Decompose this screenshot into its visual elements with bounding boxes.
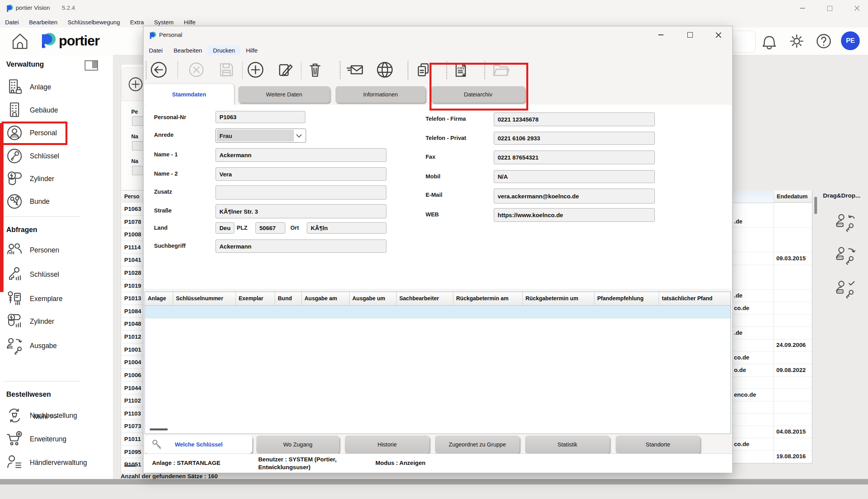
dialog-menu-item[interactable]: Bearbeiten xyxy=(168,46,208,55)
land-field[interactable]: Deu xyxy=(216,222,234,234)
tab-weitere-daten[interactable]: Weitere Daten xyxy=(238,86,330,103)
bg-list-row[interactable]: P1084 xyxy=(122,305,144,318)
gear-icon[interactable] xyxy=(788,32,805,50)
bg-list-row[interactable]: P1012 xyxy=(122,330,144,343)
keys-table-column-header[interactable]: Rückgabetermin am xyxy=(453,292,523,305)
tel-privat-field[interactable]: 0221 6106 2933 xyxy=(494,132,655,145)
keys-table-column-header[interactable]: Bund xyxy=(275,292,302,305)
dialog-menu-item[interactable]: Drucken xyxy=(208,46,241,55)
keys-table-column-header[interactable]: tatsächlicher Pfand xyxy=(659,292,730,305)
main-menu-item[interactable]: Extra xyxy=(125,19,149,25)
bg-email-column-header[interactable] xyxy=(732,191,774,203)
bg-list-row[interactable]: P1041 xyxy=(122,254,144,267)
email-field[interactable]: vera.ackermann@koelnco.de xyxy=(494,189,655,203)
bg-list-row[interactable]: P1095 xyxy=(122,446,144,459)
plz-field[interactable]: 50667 xyxy=(256,222,285,234)
keys-table-column-header[interactable]: Rückgabetermin um xyxy=(523,292,594,305)
globe-icon[interactable] xyxy=(376,60,394,79)
bg-list-row[interactable]: P1001 xyxy=(122,343,144,356)
main-menu-item[interactable]: Datei xyxy=(0,19,24,25)
main-menu-item[interactable]: Bearbeiten xyxy=(24,19,63,25)
edit-icon[interactable] xyxy=(276,60,294,79)
dialog-minimize-button[interactable] xyxy=(655,30,667,40)
keys-table-selected-row[interactable] xyxy=(145,306,730,318)
bg-list-row[interactable]: P1063 xyxy=(122,203,144,216)
bg-list-row[interactable]: P1102 xyxy=(122,394,144,407)
main-menu-item[interactable]: Hilfe xyxy=(179,19,201,25)
bg-list-row[interactable]: P1006 xyxy=(122,369,144,382)
suchbegriff-field[interactable]: Ackermann xyxy=(216,240,386,253)
bg-list-row[interactable]: P1008 xyxy=(122,228,144,241)
bottom-tab-statistik[interactable]: Statistik xyxy=(525,435,610,454)
help-icon[interactable] xyxy=(815,32,832,50)
bg-list-row[interactable]: P1078 xyxy=(122,216,144,229)
sidebar-item-anlage[interactable]: Anlage xyxy=(0,78,113,96)
keys-table-column-header[interactable]: Pfandempfehlung xyxy=(594,292,659,305)
cancel-icon[interactable] xyxy=(187,60,205,79)
tab-stammdaten[interactable]: Stammdaten xyxy=(144,84,234,105)
sidebar-item-nachbestellung[interactable]: Nachbestellung xyxy=(0,406,113,425)
bg-list-row[interactable]: P1011 xyxy=(122,433,144,446)
bg-list-row[interactable]: P1028 xyxy=(122,267,144,279)
dragdrop-assign-key-icon[interactable] xyxy=(835,246,857,265)
main-menu-item[interactable]: Schlüsselbewegung xyxy=(63,19,125,25)
name1-field[interactable]: Ackermann xyxy=(216,148,386,162)
bg-endedatum-header[interactable]: Endedatum xyxy=(774,191,812,203)
bottom-tab-welche-schluessel[interactable]: Welche Schlüssel xyxy=(145,435,252,454)
keys-table-column-header[interactable]: Schlüsselnummer xyxy=(173,292,236,305)
sidebar-item-gebaeude[interactable]: Gebäude xyxy=(0,101,113,119)
send-mail-icon[interactable] xyxy=(346,60,364,79)
dialog-menu-item[interactable]: Datei xyxy=(143,46,168,55)
sidebar-item-bunde[interactable]: Bunde xyxy=(0,192,113,210)
bottom-tab-zugeordnet-zu-gruppe[interactable]: Zugeordnet zu Gruppe xyxy=(435,435,520,454)
dialog-maximize-button[interactable] xyxy=(684,30,696,40)
bg-hscrollbar-thumb[interactable] xyxy=(124,465,136,467)
personal-nr-field[interactable]: P1063 xyxy=(216,111,305,123)
sidebar-item-haendlerverwaltung[interactable]: Händlerverwaltung xyxy=(0,454,113,472)
mobil-field[interactable]: N/A xyxy=(494,170,655,183)
bg-list-row[interactable]: P1073 xyxy=(122,420,144,433)
bg-list-row[interactable]: P1114 xyxy=(122,241,144,254)
bg-vscrollbar-thumb[interactable] xyxy=(814,197,817,214)
sidebar-item-schluessel[interactable]: Schlüssel xyxy=(0,147,113,165)
dialog-close-button[interactable] xyxy=(712,30,724,40)
dragdrop-return-key-icon[interactable] xyxy=(835,213,857,232)
sidebar-item-erweiterung[interactable]: Erweiterung xyxy=(0,430,113,448)
keys-table-column-header[interactable]: Anlage xyxy=(145,292,173,305)
collapse-panel-icon[interactable] xyxy=(85,60,98,71)
avatar[interactable]: PE xyxy=(841,31,860,50)
strasse-field[interactable]: KÃ¶lner Str. 3 xyxy=(216,204,386,218)
sidebar-item-exemplare[interactable]: Exemplare xyxy=(0,290,113,308)
bottom-tab-wo-zugang[interactable]: Wo Zugang xyxy=(256,435,339,454)
keys-table-column-header[interactable]: Sachbearbeiter xyxy=(397,292,453,305)
add-icon[interactable] xyxy=(246,60,265,79)
sidebar-item-zylinder-abfrage[interactable]: Zylinder xyxy=(0,312,113,330)
home-icon[interactable] xyxy=(10,32,30,51)
bg-list-row[interactable]: P1013 xyxy=(122,292,144,305)
keys-table-column-header[interactable]: Ausgabe um xyxy=(350,292,397,305)
web-field[interactable]: https://www.koelnco.de xyxy=(494,208,655,222)
name2-field[interactable]: Vera xyxy=(216,167,386,181)
main-maximize-button[interactable] xyxy=(824,3,835,13)
anrede-select[interactable]: Frau xyxy=(216,129,306,143)
table-hscrollbar-thumb[interactable] xyxy=(150,428,168,430)
dragdrop-confirm-key-icon[interactable] xyxy=(835,280,857,299)
dialog-menu-item[interactable]: Hilfe xyxy=(240,46,263,55)
keys-table-column-header[interactable]: Exemplar xyxy=(236,292,275,305)
bottom-tab-historie[interactable]: Historie xyxy=(345,435,429,454)
main-close-button[interactable] xyxy=(851,3,863,13)
main-menu-item[interactable]: System xyxy=(149,19,179,25)
sidebar-item-zylinder[interactable]: Zylinder xyxy=(0,170,113,188)
bg-list-row[interactable]: P1103 xyxy=(122,407,144,420)
bg-list-row[interactable]: P1019 xyxy=(122,279,144,292)
tel-firma-field[interactable]: 0221 12345678 xyxy=(494,113,655,126)
bottom-tab-standorte[interactable]: Standorte xyxy=(616,435,700,454)
delete-icon[interactable] xyxy=(306,60,324,79)
add-record-icon[interactable] xyxy=(127,76,144,93)
fax-field[interactable]: 0221 87654321 xyxy=(494,151,655,164)
save-icon[interactable] xyxy=(217,60,236,79)
zusatz-field[interactable] xyxy=(216,185,386,200)
sidebar-item-ausgabe[interactable]: Ausgabe xyxy=(0,337,113,355)
bell-icon[interactable] xyxy=(761,31,778,51)
bg-list-row[interactable]: P1004 xyxy=(122,356,144,369)
